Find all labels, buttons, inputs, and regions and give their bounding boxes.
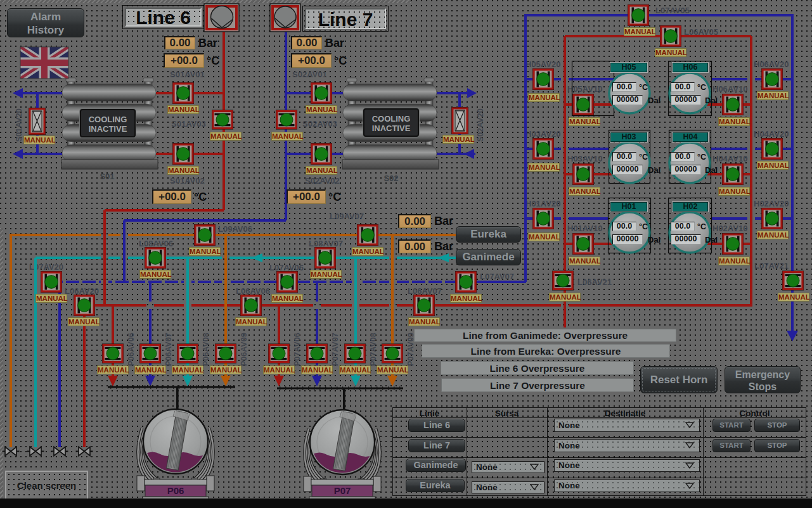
svg-text:P07AV07: P07AV07 bbox=[331, 333, 340, 366]
svg-text:P07AV08: P07AV08 bbox=[369, 333, 378, 366]
svg-text:P06AV08: P06AV08 bbox=[202, 333, 210, 366]
svg-text:P06AV06: P06AV06 bbox=[127, 333, 136, 366]
svg-text:S02AV20: S02AV20 bbox=[476, 108, 485, 142]
svg-text:P06AV07: P06AV07 bbox=[164, 333, 173, 366]
svg-text:P07AV09: P07AV09 bbox=[406, 333, 415, 366]
svg-text:P06AV09: P06AV09 bbox=[240, 333, 248, 366]
svg-text:S01AV20: S01AV20 bbox=[15, 108, 23, 142]
svg-text:P07AV06: P07AV06 bbox=[293, 333, 302, 366]
